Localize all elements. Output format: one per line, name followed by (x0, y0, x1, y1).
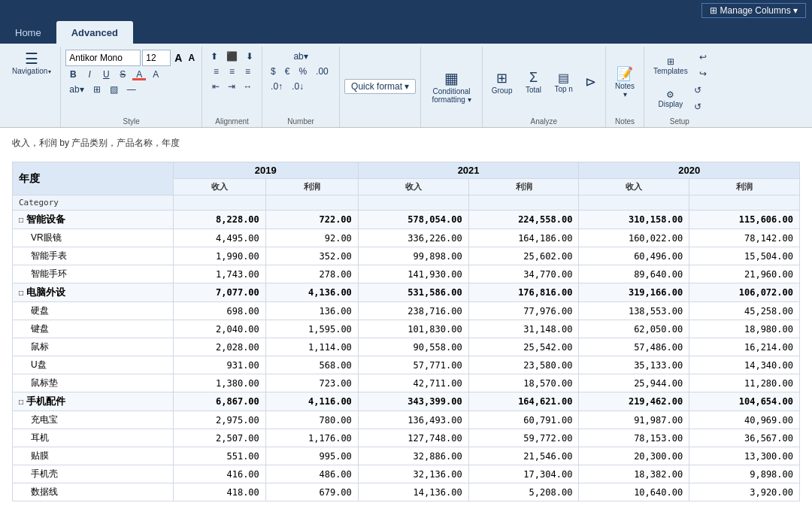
increase-decimal-button[interactable]: .0↑ (267, 80, 286, 93)
ribbon-group-analyze: ⊞ Group Σ Total ▤ Top n ⊳ Analyze Analyz… (483, 47, 606, 127)
indent-right-button[interactable]: ⇥ (224, 80, 239, 93)
total-label: Total (526, 86, 541, 94)
group-total-cell: 8,228.00 (173, 211, 265, 229)
data-cell: 1,990.00 (173, 247, 265, 265)
templates-button[interactable]: ⊞ Templates (649, 53, 692, 78)
table-row: 贴膜551.00995.0032,886.0021,546.0020,300.0… (13, 447, 800, 465)
data-cell: 62,050.00 (579, 320, 689, 338)
total-button[interactable]: Σ Total (520, 67, 547, 97)
table-row: 硬盘698.00136.00238,716.0077,976.00138,553… (13, 302, 800, 320)
sub-header-2020-revenue: 收入 (579, 179, 689, 195)
underline-button[interactable]: U (98, 68, 114, 81)
tab-advanced-label: Advanced (71, 27, 118, 38)
data-cell: 995.00 (265, 447, 358, 465)
data-cell: 78,142.00 (689, 229, 800, 247)
italic-button[interactable]: I (82, 68, 97, 81)
group-total-cell: 531,586.00 (358, 283, 468, 302)
group-total-cell: 722.00 (265, 211, 358, 229)
refresh2-button[interactable]: ↺ (690, 99, 705, 114)
quick-format-button[interactable]: Quick format ▾ (344, 79, 416, 94)
decrease-decimal-button[interactable]: .0↓ (288, 80, 308, 93)
data-cell: 101,830.00 (358, 320, 468, 338)
bold-button[interactable]: B (65, 68, 80, 81)
filter-button[interactable]: ⊳ (580, 71, 601, 93)
group-total-cell: 6,867.00 (173, 392, 265, 411)
data-cell: 780.00 (265, 411, 358, 429)
navigation-arrow-icon: ▾ (48, 68, 51, 75)
wrap-dropdown-button[interactable]: ab▾ (289, 50, 311, 63)
data-cell: 9,898.00 (689, 465, 800, 483)
table-row: 充电宝2,975.00780.00136,493.0060,791.0091,9… (13, 411, 800, 429)
filter-icon: ⊳ (585, 74, 596, 90)
display-button[interactable]: ⚙ Display (653, 86, 687, 111)
fill-color-button[interactable]: ▧ (106, 83, 122, 96)
data-cell: 60,496.00 (579, 247, 689, 265)
data-cell: 14,340.00 (689, 356, 800, 374)
currency-usd-button[interactable]: $ (267, 65, 280, 78)
year-header-row: 年度 2019 2021 2020 (13, 162, 800, 179)
percent-button[interactable]: % (295, 65, 311, 78)
table-row: U盘931.00568.0057,771.0023,580.0035,133.0… (13, 356, 800, 374)
data-cell: 723.00 (265, 374, 358, 392)
align-center-button[interactable]: ≡ (225, 65, 240, 78)
currency-eur-button[interactable]: € (281, 65, 294, 78)
conditional-formatting-button[interactable]: ▦ Conditionalformatting ▾ (426, 66, 477, 107)
tab-bar: Home Advanced (0, 21, 812, 44)
conditional-formatting-label: Conditionalformatting ▾ (432, 87, 471, 104)
font-shrink-button[interactable]: A (186, 52, 197, 64)
data-cell: 278.00 (265, 265, 358, 283)
category-row: Category (13, 195, 800, 211)
group-total-cell: 4,116.00 (265, 392, 358, 411)
notes-button[interactable]: 📝 Notes ▾ (611, 62, 639, 101)
border-all-button[interactable]: ⊞ (89, 83, 105, 96)
refresh-button[interactable]: ↺ (690, 83, 705, 98)
group-total-cell: 578,054.00 (358, 211, 468, 229)
merge-button[interactable]: ↔ (240, 80, 256, 93)
group-total-cell: 343,399.00 (358, 392, 468, 411)
decimal-button[interactable]: .00 (312, 65, 332, 78)
tab-advanced[interactable]: Advanced (56, 21, 133, 44)
display-icon: ⚙ (666, 89, 674, 100)
year-2019-header: 2019 (173, 162, 358, 179)
data-cell: 127,748.00 (358, 429, 468, 447)
ribbon-group-number: ab▾ $ € % .00 .0↑ .0↓ Number (262, 47, 340, 127)
align-top-button[interactable]: ⬆ (207, 50, 222, 63)
data-cell: 416.00 (173, 465, 265, 483)
undo-button[interactable]: ↩ (695, 50, 710, 65)
data-cell: 136,493.00 (358, 411, 468, 429)
group-label: Group (492, 86, 513, 95)
line-button[interactable]: — (123, 83, 140, 96)
font-name-input[interactable] (65, 50, 141, 66)
manage-columns-button[interactable]: ⊞ Manage Columns ▾ (701, 3, 806, 18)
align-left-button[interactable]: ≡ (209, 65, 224, 78)
align-middle-button[interactable]: ⬛ (223, 50, 241, 63)
data-cell: 2,028.00 (173, 338, 265, 356)
data-cell: 17,304.00 (468, 465, 579, 483)
sub-header-2021-profit: 利润 (468, 179, 579, 195)
ribbon-group-quickformat: Quick format ▾ (340, 47, 421, 127)
highlight-button[interactable]: A (132, 68, 147, 81)
navigation-button[interactable]: ☰ Navigation ▾ (8, 50, 56, 77)
redo-button[interactable]: ↪ (695, 66, 710, 81)
wrap-text-button[interactable]: ab▾ (65, 83, 87, 96)
data-cell: 91,987.00 (579, 411, 689, 429)
group-total-cell: 310,158.00 (579, 211, 689, 229)
data-cell: 15,504.00 (689, 247, 800, 265)
indent-left-button[interactable]: ⇤ (208, 80, 223, 93)
align-right-button[interactable]: ≡ (241, 65, 256, 78)
tab-home[interactable]: Home (0, 21, 56, 44)
table-body: □智能设备8,228.00722.00578,054.00224,558.003… (13, 211, 800, 501)
data-table: 年度 2019 2021 2020 收入 利润 收入 利润 收入 利润 Cate… (12, 162, 800, 501)
group-total-cell: 176,816.00 (468, 283, 579, 302)
font-size-input[interactable] (142, 50, 171, 66)
align-bottom-button[interactable]: ⬇ (242, 50, 257, 63)
strikethrough-button[interactable]: S (115, 68, 130, 81)
format-row-2: ab▾ ⊞ ▧ — (65, 83, 139, 96)
font-color-button[interactable]: A (148, 68, 163, 81)
data-cell: 238,716.00 (358, 302, 468, 320)
topn-button[interactable]: ▤ Top n (550, 68, 577, 96)
data-cell: 57,486.00 (579, 338, 689, 356)
group-button[interactable]: ⊞ Group (487, 67, 517, 98)
group-total-cell: 106,072.00 (689, 283, 800, 302)
font-grow-button[interactable]: A (172, 51, 184, 65)
